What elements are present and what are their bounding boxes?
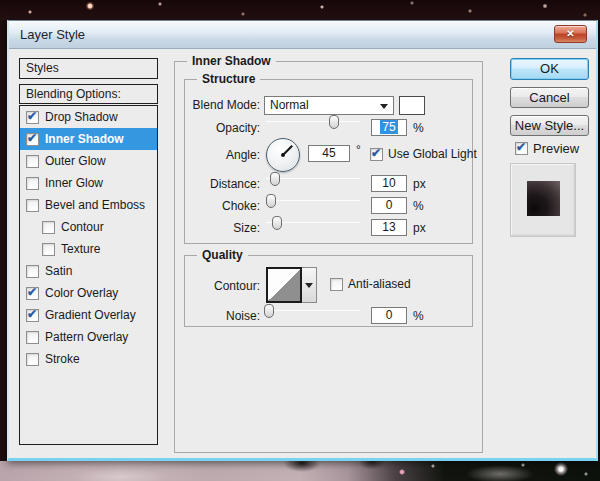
sidebar-item-gradient-overlay[interactable]: Gradient Overlay: [20, 304, 157, 326]
effect-preview-thumbnail: [510, 163, 576, 237]
sidebar-item-label: Bevel and Emboss: [45, 198, 145, 212]
angle-label: Angle:: [185, 148, 260, 162]
inner-shadow-preview-square: [527, 181, 560, 216]
anti-aliased-checkbox[interactable]: [330, 278, 343, 291]
size-label: Size:: [185, 221, 260, 235]
slider-track: [264, 310, 360, 311]
use-global-light-checkbox[interactable]: [370, 148, 383, 161]
angle-input[interactable]: 45: [308, 145, 350, 162]
slider-track: [266, 178, 360, 179]
sidebar-item-drop-shadow[interactable]: Drop Shadow: [20, 106, 157, 128]
satin-checkbox[interactable]: [26, 265, 39, 278]
stroke-checkbox[interactable]: [26, 353, 39, 366]
sidebar-item-label: Outer Glow: [45, 154, 106, 168]
sidebar-item-label: Satin: [45, 264, 72, 278]
opacity-input[interactable]: 75: [371, 119, 407, 136]
angle-dial[interactable]: [266, 138, 300, 172]
drop-shadow-checkbox[interactable]: [26, 111, 39, 124]
titlebar[interactable]: Layer Style ✕: [9, 21, 596, 49]
contour-dropdown-arrow[interactable]: [302, 267, 317, 303]
close-button[interactable]: ✕: [554, 25, 587, 43]
panel-title: Inner Shadow: [187, 54, 276, 68]
sidebar-item-stroke[interactable]: Stroke: [20, 348, 157, 370]
noise-label: Noise:: [185, 309, 260, 323]
styles-header: Styles: [19, 58, 158, 79]
sidebar-item-label: Texture: [61, 242, 100, 256]
anti-aliased-row[interactable]: Anti-aliased: [330, 277, 411, 291]
opacity-unit: %: [413, 121, 424, 135]
distance-slider[interactable]: [266, 172, 360, 186]
new-style-button[interactable]: New Style...: [510, 115, 589, 136]
use-global-light-row[interactable]: Use Global Light: [370, 147, 477, 161]
choke-input[interactable]: 0: [371, 197, 407, 214]
texture-checkbox[interactable]: [42, 243, 55, 256]
blending-options-item[interactable]: Blending Options: Default: [19, 84, 158, 104]
blend-mode-select[interactable]: Normal: [264, 96, 394, 115]
blend-mode-label: Blend Mode:: [185, 98, 260, 112]
color-overlay-checkbox[interactable]: [26, 287, 39, 300]
noise-slider-thumb[interactable]: [264, 304, 274, 318]
inner-glow-checkbox[interactable]: [26, 177, 39, 190]
sidebar-item-color-overlay[interactable]: Color Overlay: [20, 282, 157, 304]
noise-unit: %: [413, 309, 424, 323]
sidebar-item-inner-glow[interactable]: Inner Glow: [20, 172, 157, 194]
slider-track: [266, 121, 360, 122]
use-global-light-label: Use Global Light: [388, 147, 477, 161]
dialog-title: Layer Style: [20, 27, 85, 42]
sidebar-item-label: Contour: [61, 220, 104, 234]
starfield-left: [0, 20, 7, 461]
sidebar-item-label: Pattern Overlay: [45, 330, 128, 344]
noise-input[interactable]: 0: [371, 307, 407, 324]
sidebar-item-satin[interactable]: Satin: [20, 260, 157, 282]
sidebar-item-inner-shadow[interactable]: Inner Shadow: [20, 128, 157, 150]
distance-unit: px: [413, 177, 426, 191]
sidebar-item-texture[interactable]: Texture: [20, 238, 157, 260]
preview-checkbox[interactable]: [515, 142, 528, 155]
gradient-overlay-checkbox[interactable]: [26, 309, 39, 322]
distance-value: 10: [382, 176, 395, 190]
distance-input[interactable]: 10: [371, 175, 407, 192]
layer-style-dialog: Layer Style ✕ Styles Blending Options: D…: [7, 20, 598, 461]
angle-center-dot: [281, 153, 285, 157]
size-slider[interactable]: [266, 216, 360, 230]
angle-value: 45: [322, 146, 335, 160]
size-value: 13: [382, 220, 395, 234]
sidebar-item-label: Inner Shadow: [45, 132, 124, 146]
pattern-overlay-checkbox[interactable]: [26, 331, 39, 344]
distance-label: Distance:: [185, 177, 260, 191]
choke-value: 0: [386, 198, 393, 212]
sidebar-item-label: Drop Shadow: [45, 110, 118, 124]
opacity-value: 75: [380, 120, 397, 134]
preview-row[interactable]: Preview: [515, 141, 579, 156]
sidebar-item-outer-glow[interactable]: Outer Glow: [20, 150, 157, 172]
size-slider-thumb[interactable]: [272, 216, 282, 230]
blend-mode-value: Normal: [270, 98, 309, 112]
contour-checkbox[interactable]: [42, 221, 55, 234]
opacity-slider-thumb[interactable]: [329, 115, 339, 129]
inner-shadow-panel: Inner Shadow Structure Blend Mode: Norma…: [174, 61, 483, 453]
contour-picker[interactable]: [266, 267, 302, 303]
distance-slider-thumb[interactable]: [270, 172, 280, 186]
size-input[interactable]: 13: [371, 219, 407, 236]
noise-slider[interactable]: [264, 304, 360, 318]
structure-title: Structure: [197, 72, 260, 86]
choke-label: Choke:: [185, 199, 260, 213]
sidebar-item-label: Inner Glow: [45, 176, 103, 190]
ok-button[interactable]: OK: [510, 58, 589, 80]
anti-aliased-label: Anti-aliased: [348, 277, 411, 291]
choke-slider-thumb[interactable]: [266, 194, 276, 208]
inner-shadow-checkbox[interactable]: [26, 133, 39, 146]
shadow-color-swatch[interactable]: [399, 96, 425, 115]
sidebar-item-pattern-overlay[interactable]: Pattern Overlay: [20, 326, 157, 348]
cancel-button[interactable]: Cancel: [510, 87, 589, 108]
sidebar-item-contour[interactable]: Contour: [20, 216, 157, 238]
starfield-top: [0, 0, 600, 20]
slider-track: [266, 200, 360, 201]
structure-group: Structure Blend Mode: Normal Opacity: 75…: [184, 79, 473, 244]
outer-glow-checkbox[interactable]: [26, 155, 39, 168]
bevel-and-emboss-checkbox[interactable]: [26, 199, 39, 212]
choke-slider[interactable]: [266, 194, 360, 208]
opacity-slider[interactable]: [266, 115, 360, 129]
sidebar-item-bevel-and-emboss[interactable]: Bevel and Emboss: [20, 194, 157, 216]
sidebar-item-label: Color Overlay: [45, 286, 118, 300]
